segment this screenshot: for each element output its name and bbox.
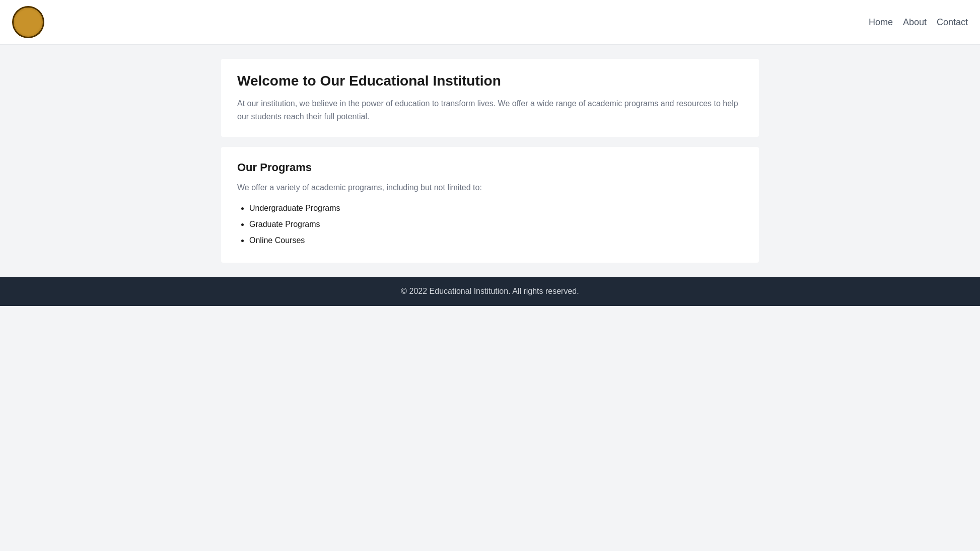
footer-text: © 2022 Educational Institution. All righ… — [10, 287, 970, 296]
list-item: Graduate Programs — [249, 216, 743, 232]
site-header: Home About Contact — [0, 0, 980, 45]
nav-contact[interactable]: Contact — [937, 17, 968, 28]
main-content: Welcome to Our Educational Institution A… — [213, 59, 767, 263]
programs-card: Our Programs We offer a variety of acade… — [221, 147, 759, 263]
nav-home[interactable]: Home — [869, 17, 893, 28]
hero-title: Welcome to Our Educational Institution — [237, 73, 743, 89]
main-nav: Home About Contact — [869, 17, 968, 28]
hero-card: Welcome to Our Educational Institution A… — [221, 59, 759, 137]
site-footer: © 2022 Educational Institution. All righ… — [0, 277, 980, 306]
hero-description: At our institution, we believe in the po… — [237, 97, 743, 123]
nav-about[interactable]: About — [903, 17, 927, 28]
programs-title: Our Programs — [237, 161, 743, 174]
programs-intro: We offer a variety of academic programs,… — [237, 181, 743, 194]
logo — [12, 6, 44, 38]
programs-list: Undergraduate Programs Graduate Programs… — [249, 200, 743, 249]
list-item: Online Courses — [249, 232, 743, 249]
list-item: Undergraduate Programs — [249, 200, 743, 216]
